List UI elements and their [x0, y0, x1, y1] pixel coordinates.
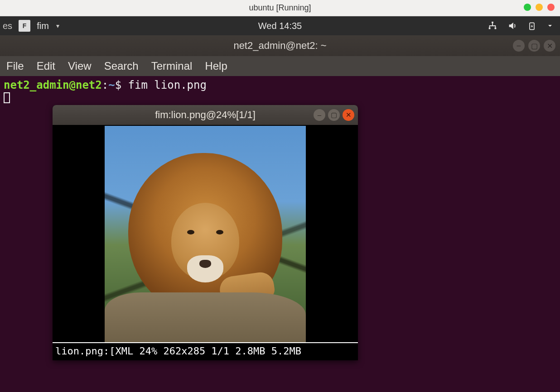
menu-help[interactable]: Help: [205, 60, 227, 72]
fim-window-title: fim:lion.png@24%[1/1]: [155, 109, 256, 121]
menu-search[interactable]: Search: [104, 60, 139, 72]
menu-edit[interactable]: Edit: [37, 60, 55, 72]
host-minimize-button[interactable]: [524, 4, 531, 11]
displayed-image: [105, 126, 306, 342]
gnome-top-panel: es F fim ▾ Wed 14:35: [0, 16, 560, 35]
host-window-controls: [524, 4, 555, 11]
terminal-window-titlebar: net2_admin@net2: ~ – ▢ ✕: [0, 35, 560, 56]
app-icon: F: [19, 20, 30, 32]
network-icon[interactable]: [488, 21, 497, 31]
chevron-down-icon: ▾: [56, 22, 59, 29]
fim-window-controls: – ▢ ✕: [314, 109, 354, 121]
terminal-menu-bar: File Edit View Search Terminal Help: [0, 56, 560, 76]
chevron-down-icon[interactable]: [546, 22, 554, 29]
terminal-maximize-button[interactable]: ▢: [528, 40, 540, 52]
terminal-window-controls: – ▢ ✕: [513, 40, 555, 52]
panel-clock[interactable]: Wed 14:35: [258, 21, 302, 31]
terminal-minimize-button[interactable]: –: [513, 40, 525, 52]
fim-titlebar: fim:lion.png@24%[1/1] – ▢ ✕: [53, 105, 358, 125]
power-icon[interactable]: [527, 21, 536, 31]
fim-close-button[interactable]: ✕: [343, 109, 354, 121]
fim-image-canvas[interactable]: [53, 125, 358, 342]
prompt-userhost: net2_admin@net2: [4, 79, 102, 91]
prompt-path: ~: [108, 79, 115, 91]
host-window-title: ubuntu [Running]: [249, 3, 311, 13]
system-status-area[interactable]: [488, 21, 554, 31]
fim-maximize-button[interactable]: ▢: [328, 109, 340, 121]
host-zoom-button[interactable]: [536, 4, 543, 11]
prompt-line: net2_admin@net2:~$ fim lion.png: [4, 79, 556, 91]
panel-app-menu[interactable]: es F fim ▾: [0, 20, 59, 32]
prompt-sigil: $: [115, 79, 121, 91]
panel-left-cut-text: es: [3, 21, 12, 31]
prompt-sep: :: [102, 79, 108, 91]
terminal-window-title: net2_admin@net2: ~: [233, 40, 326, 52]
menu-file[interactable]: File: [6, 60, 24, 72]
svg-rect-0: [492, 22, 493, 24]
menu-terminal[interactable]: Terminal: [151, 60, 193, 72]
panel-app-name: fim: [37, 21, 49, 31]
host-close-button[interactable]: [547, 4, 555, 11]
host-window-titlebar: ubuntu [Running]: [0, 0, 560, 16]
fim-minimize-button[interactable]: –: [314, 109, 325, 121]
fim-status-bar: lion.png:[XML 24% 262x285 1/1 2.8MB 5.2M…: [53, 342, 358, 360]
prompt-command: fim lion.png: [128, 79, 207, 91]
terminal-cursor: [4, 92, 10, 103]
terminal-body[interactable]: net2_admin@net2:~$ fim lion.png fim:lion…: [0, 76, 560, 392]
svg-rect-2: [495, 28, 497, 29]
menu-view[interactable]: View: [68, 60, 92, 72]
volume-icon[interactable]: [507, 21, 517, 31]
fim-window[interactable]: fim:lion.png@24%[1/1] – ▢ ✕ lion.png:[XM…: [53, 105, 358, 360]
terminal-close-button[interactable]: ✕: [544, 40, 555, 52]
svg-rect-1: [489, 28, 491, 29]
